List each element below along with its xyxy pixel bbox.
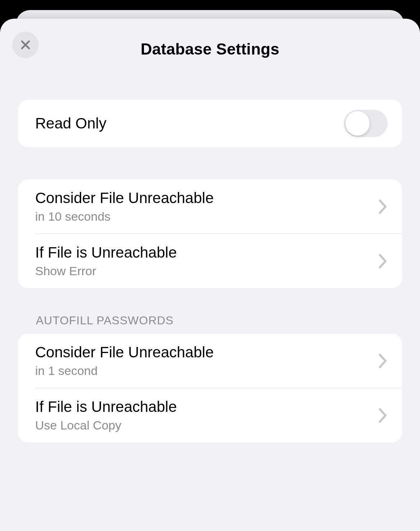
consider-unreachable-row[interactable]: Consider File Unreachable in 10 seconds [18, 179, 402, 234]
page-title: Database Settings [141, 40, 280, 58]
row-title: If File is Unreachable [35, 244, 373, 261]
read-only-row[interactable]: Read Only [18, 100, 402, 147]
content: Read Only Consider File Unreachable in 1… [0, 80, 420, 442]
if-unreachable-row[interactable]: If File is Unreachable Show Error [18, 234, 402, 288]
row-subtitle: Show Error [35, 264, 373, 278]
row-subtitle: Use Local Copy [35, 418, 373, 432]
autofill-if-unreachable-row[interactable]: If File is Unreachable Use Local Copy [18, 388, 402, 442]
read-only-toggle[interactable] [344, 110, 388, 137]
row-subtitle: in 10 seconds [35, 210, 373, 224]
group-file-access: Consider File Unreachable in 10 seconds … [18, 179, 402, 288]
chevron-right-icon [378, 353, 388, 369]
group-autofill: Consider File Unreachable in 1 second If… [18, 334, 402, 442]
row-title: Consider File Unreachable [35, 189, 373, 207]
nav-bar: Database Settings [0, 19, 420, 80]
chevron-right-icon [378, 408, 388, 423]
row-title: If File is Unreachable [35, 398, 373, 415]
autofill-consider-unreachable-row[interactable]: Consider File Unreachable in 1 second [18, 334, 402, 388]
row-subtitle: in 1 second [35, 364, 373, 378]
chevron-right-icon [378, 199, 388, 215]
close-button[interactable] [12, 32, 39, 58]
group-general: Read Only [18, 100, 402, 147]
chevron-right-icon [378, 253, 388, 269]
modal-sheet: Database Settings Read Only Consider Fil… [0, 19, 420, 531]
row-title: Consider File Unreachable [35, 344, 373, 361]
read-only-label: Read Only [35, 115, 344, 132]
toggle-knob [345, 111, 370, 136]
close-icon [19, 39, 32, 51]
section-header-autofill: AUTOFILL PASSWORDS [18, 314, 402, 334]
